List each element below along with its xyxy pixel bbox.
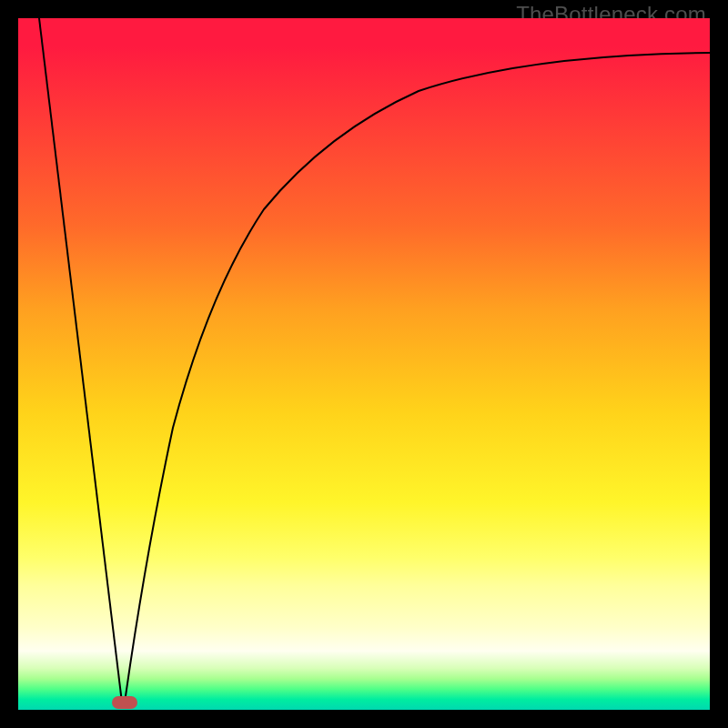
curve-layer bbox=[18, 18, 710, 710]
left-branch-curve bbox=[39, 18, 122, 703]
vertex-marker bbox=[112, 696, 137, 709]
plot-area bbox=[18, 18, 710, 710]
chart-frame: TheBottleneck.com bbox=[0, 0, 728, 728]
right-branch-curve bbox=[125, 53, 710, 703]
